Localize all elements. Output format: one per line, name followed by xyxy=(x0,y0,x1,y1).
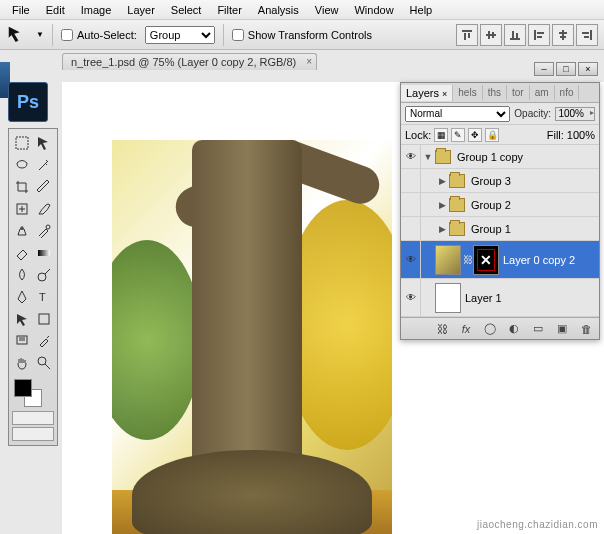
layer-row-group[interactable]: ▼ Group 1 copy xyxy=(401,145,599,169)
layer-name[interactable]: Group 1 copy xyxy=(455,151,595,163)
eyedropper-tool[interactable] xyxy=(34,331,54,351)
notes-tool[interactable] xyxy=(12,331,32,351)
screen-mode-button[interactable] xyxy=(12,427,54,441)
maximize-button[interactable]: □ xyxy=(556,62,576,76)
add-mask-icon[interactable]: ◯ xyxy=(481,321,499,337)
tab-layers[interactable]: Layers× xyxy=(401,85,453,101)
gradient-tool[interactable] xyxy=(34,243,54,263)
zoom-tool[interactable] xyxy=(34,353,54,373)
menu-image[interactable]: Image xyxy=(73,2,120,18)
menu-select[interactable]: Select xyxy=(163,2,210,18)
fx-icon[interactable]: fx xyxy=(457,321,475,337)
align-right-icon[interactable] xyxy=(576,24,598,46)
visibility-toggle[interactable] xyxy=(401,145,421,168)
document-tab[interactable]: n_tree_1.psd @ 75% (Layer 0 copy 2, RGB/… xyxy=(62,53,317,70)
lasso-tool[interactable] xyxy=(12,155,32,175)
tab-histogram[interactable]: am xyxy=(530,85,555,100)
type-tool[interactable]: T xyxy=(34,287,54,307)
move-tool[interactable] xyxy=(34,133,54,153)
hand-tool[interactable] xyxy=(12,353,32,373)
layer-row-group[interactable]: ▶ Group 3 xyxy=(401,169,599,193)
menu-window[interactable]: Window xyxy=(346,2,401,18)
menu-analysis[interactable]: Analysis xyxy=(250,2,307,18)
expand-icon[interactable]: ▶ xyxy=(435,200,449,210)
expand-icon[interactable]: ▶ xyxy=(435,224,449,234)
visibility-toggle[interactable] xyxy=(401,217,421,240)
tab-channels[interactable]: hels xyxy=(453,85,482,100)
layer-thumbnail[interactable] xyxy=(435,283,461,313)
align-bottom-icon[interactable] xyxy=(504,24,526,46)
eraser-tool[interactable] xyxy=(12,243,32,263)
layer-thumbnail[interactable] xyxy=(435,245,461,275)
color-swatches[interactable] xyxy=(12,379,54,409)
clone-stamp-tool[interactable] xyxy=(12,221,32,241)
lock-position-icon[interactable]: ✥ xyxy=(468,128,482,142)
pen-tool[interactable] xyxy=(12,287,32,307)
fill-field[interactable]: 100% xyxy=(567,129,595,141)
align-left-icon[interactable] xyxy=(528,24,550,46)
auto-select-dropdown[interactable]: Group xyxy=(145,26,215,44)
magic-wand-tool[interactable] xyxy=(34,155,54,175)
shape-tool[interactable] xyxy=(34,309,54,329)
mask-link-icon[interactable]: ⛓ xyxy=(463,254,473,265)
align-vcenter-icon[interactable] xyxy=(480,24,502,46)
minimize-button[interactable]: – xyxy=(534,62,554,76)
tool-preset-dropdown-icon[interactable]: ▼ xyxy=(36,30,44,39)
close-tab-icon[interactable]: × xyxy=(306,56,312,67)
quick-mask-toggle[interactable] xyxy=(12,411,54,425)
menu-view[interactable]: View xyxy=(307,2,347,18)
blend-mode-dropdown[interactable]: Normal xyxy=(405,106,510,122)
visibility-toggle[interactable] xyxy=(401,279,421,316)
menu-edit[interactable]: Edit xyxy=(38,2,73,18)
layer-row-group[interactable]: ▶ Group 2 xyxy=(401,193,599,217)
layer-name[interactable]: Layer 1 xyxy=(463,292,595,304)
new-layer-icon[interactable]: ▣ xyxy=(553,321,571,337)
delete-layer-icon[interactable]: 🗑 xyxy=(577,321,595,337)
foreground-color-swatch[interactable] xyxy=(14,379,32,397)
tab-info[interactable]: nfo xyxy=(555,85,580,100)
rect-marquee-tool[interactable] xyxy=(12,133,32,153)
lock-all-icon[interactable]: 🔒 xyxy=(485,128,499,142)
tab-paths[interactable]: ths xyxy=(483,85,507,100)
layer-row[interactable]: Layer 1 xyxy=(401,279,599,317)
align-hcenter-icon[interactable] xyxy=(552,24,574,46)
healing-brush-tool[interactable] xyxy=(12,199,32,219)
layer-name[interactable]: Group 3 xyxy=(469,175,595,187)
blur-tool[interactable] xyxy=(12,265,32,285)
history-brush-tool[interactable] xyxy=(34,221,54,241)
menu-help[interactable]: Help xyxy=(402,2,441,18)
layer-row-selected[interactable]: ⛓ ✕ Layer 0 copy 2 xyxy=(401,241,599,279)
adjustment-layer-icon[interactable]: ◐ xyxy=(505,321,523,337)
layer-row-group[interactable]: ▶ Group 1 xyxy=(401,217,599,241)
menu-filter[interactable]: Filter xyxy=(209,2,249,18)
layer-name[interactable]: Group 2 xyxy=(469,199,595,211)
dodge-tool[interactable] xyxy=(34,265,54,285)
slice-tool[interactable] xyxy=(34,177,54,197)
crop-tool[interactable] xyxy=(12,177,32,197)
layer-name[interactable]: Layer 0 copy 2 xyxy=(501,254,595,266)
layer-name[interactable]: Group 1 xyxy=(469,223,595,235)
visibility-toggle[interactable] xyxy=(401,241,421,278)
expand-icon[interactable]: ▼ xyxy=(421,152,435,162)
window-controls: – □ × xyxy=(534,62,598,76)
close-button[interactable]: × xyxy=(578,62,598,76)
link-layers-icon[interactable]: ⛓ xyxy=(433,321,451,337)
menu-file[interactable]: File xyxy=(4,2,38,18)
align-top-icon[interactable] xyxy=(456,24,478,46)
auto-select-checkbox[interactable]: Auto-Select: xyxy=(61,29,137,41)
menu-layer[interactable]: Layer xyxy=(119,2,163,18)
opacity-field[interactable]: 100% xyxy=(555,107,595,121)
tab-navigator[interactable]: tor xyxy=(507,85,530,100)
lock-pixels-icon[interactable]: ✎ xyxy=(451,128,465,142)
new-group-icon[interactable]: ▭ xyxy=(529,321,547,337)
close-icon[interactable]: × xyxy=(442,89,447,99)
mask-thumbnail-disabled[interactable]: ✕ xyxy=(473,245,499,275)
visibility-toggle[interactable] xyxy=(401,169,421,192)
path-select-tool[interactable] xyxy=(12,309,32,329)
show-transform-checkbox[interactable]: Show Transform Controls xyxy=(232,29,372,41)
document-canvas[interactable] xyxy=(112,140,392,534)
brush-tool[interactable] xyxy=(34,199,54,219)
visibility-toggle[interactable] xyxy=(401,193,421,216)
lock-transparency-icon[interactable]: ▦ xyxy=(434,128,448,142)
expand-icon[interactable]: ▶ xyxy=(435,176,449,186)
